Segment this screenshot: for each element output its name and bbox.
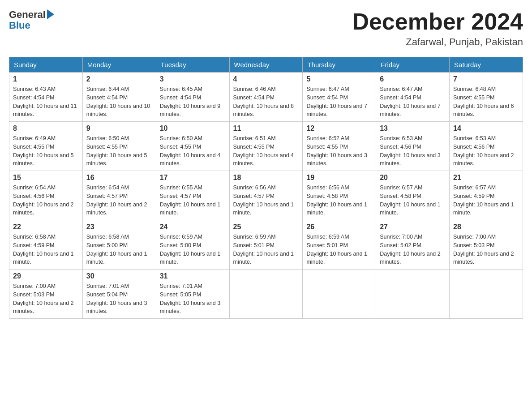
calendar-cell: 24 Sunrise: 6:59 AM Sunset: 5:00 PM Dayl… <box>156 220 229 270</box>
calendar-cell <box>376 270 450 319</box>
calendar-cell: 20 Sunrise: 6:57 AM Sunset: 4:58 PM Dayl… <box>376 171 450 220</box>
day-number: 22 <box>13 223 79 231</box>
day-info: Sunrise: 6:52 AM Sunset: 4:55 PM Dayligh… <box>306 134 372 168</box>
day-number: 20 <box>380 174 446 182</box>
day-info: Sunrise: 6:59 AM Sunset: 5:00 PM Dayligh… <box>160 233 226 266</box>
day-number: 21 <box>453 174 519 182</box>
logo: General Blue <box>9 9 54 31</box>
day-info: Sunrise: 6:59 AM Sunset: 5:01 PM Dayligh… <box>306 233 372 266</box>
day-info: Sunrise: 6:57 AM Sunset: 4:58 PM Dayligh… <box>380 184 446 217</box>
day-number: 6 <box>380 75 446 83</box>
calendar-cell: 27 Sunrise: 7:00 AM Sunset: 5:02 PM Dayl… <box>376 220 450 270</box>
day-info: Sunrise: 6:58 AM Sunset: 5:00 PM Dayligh… <box>86 233 152 266</box>
day-number: 12 <box>306 124 372 133</box>
calendar-cell: 14 Sunrise: 6:53 AM Sunset: 4:56 PM Dayl… <box>450 122 523 171</box>
calendar-cell: 31 Sunrise: 7:01 AM Sunset: 5:05 PM Dayl… <box>156 270 229 319</box>
day-number: 3 <box>160 75 226 83</box>
day-info: Sunrise: 7:01 AM Sunset: 5:05 PM Dayligh… <box>160 282 226 316</box>
day-of-week-header: Friday <box>376 57 450 73</box>
day-number: 13 <box>380 124 446 133</box>
day-info: Sunrise: 7:01 AM Sunset: 5:04 PM Dayligh… <box>86 282 152 316</box>
day-of-week-header: Wednesday <box>229 57 303 73</box>
day-number: 28 <box>453 223 519 231</box>
day-info: Sunrise: 6:56 AM Sunset: 4:57 PM Dayligh… <box>233 184 299 217</box>
calendar-cell: 12 Sunrise: 6:52 AM Sunset: 4:55 PM Dayl… <box>303 122 376 171</box>
day-info: Sunrise: 6:53 AM Sunset: 4:56 PM Dayligh… <box>453 134 519 168</box>
day-number: 11 <box>233 124 299 133</box>
calendar-cell: 26 Sunrise: 6:59 AM Sunset: 5:01 PM Dayl… <box>303 220 376 270</box>
day-info: Sunrise: 6:50 AM Sunset: 4:55 PM Dayligh… <box>160 134 226 168</box>
calendar-cell: 11 Sunrise: 6:51 AM Sunset: 4:55 PM Dayl… <box>229 122 303 171</box>
calendar-cell: 7 Sunrise: 6:48 AM Sunset: 4:55 PM Dayli… <box>450 73 523 122</box>
day-info: Sunrise: 6:59 AM Sunset: 5:01 PM Dayligh… <box>233 233 299 266</box>
calendar-cell: 10 Sunrise: 6:50 AM Sunset: 4:55 PM Dayl… <box>156 122 229 171</box>
day-number: 10 <box>160 124 226 133</box>
location-text: Zafarwal, Punjab, Pakistan <box>352 36 523 48</box>
calendar-cell: 8 Sunrise: 6:49 AM Sunset: 4:55 PM Dayli… <box>9 122 83 171</box>
day-of-week-header: Monday <box>82 57 156 73</box>
day-info: Sunrise: 6:58 AM Sunset: 4:59 PM Dayligh… <box>13 233 79 266</box>
calendar-week-row: 22 Sunrise: 6:58 AM Sunset: 4:59 PM Dayl… <box>9 220 523 270</box>
day-number: 4 <box>233 75 299 83</box>
calendar-cell: 1 Sunrise: 6:43 AM Sunset: 4:54 PM Dayli… <box>9 73 83 122</box>
calendar-cell: 17 Sunrise: 6:55 AM Sunset: 4:57 PM Dayl… <box>156 171 229 220</box>
calendar-cell: 29 Sunrise: 7:00 AM Sunset: 5:03 PM Dayl… <box>9 270 83 319</box>
day-number: 23 <box>86 223 152 231</box>
calendar-cell: 2 Sunrise: 6:44 AM Sunset: 4:54 PM Dayli… <box>82 73 156 122</box>
calendar-cell: 16 Sunrise: 6:54 AM Sunset: 4:57 PM Dayl… <box>82 171 156 220</box>
day-info: Sunrise: 6:57 AM Sunset: 4:59 PM Dayligh… <box>453 184 519 217</box>
logo-arrow-icon <box>47 9 54 19</box>
calendar-cell <box>229 270 303 319</box>
calendar-week-row: 8 Sunrise: 6:49 AM Sunset: 4:55 PM Dayli… <box>9 122 523 171</box>
day-info: Sunrise: 6:53 AM Sunset: 4:56 PM Dayligh… <box>380 134 446 168</box>
logo-blue-text: Blue <box>9 20 54 31</box>
logo-general-text: General <box>9 9 46 21</box>
day-number: 14 <box>453 124 519 133</box>
day-info: Sunrise: 6:51 AM Sunset: 4:55 PM Dayligh… <box>233 134 299 168</box>
calendar-cell: 25 Sunrise: 6:59 AM Sunset: 5:01 PM Dayl… <box>229 220 303 270</box>
day-info: Sunrise: 7:00 AM Sunset: 5:02 PM Dayligh… <box>380 233 446 266</box>
day-number: 9 <box>86 124 152 133</box>
calendar-week-row: 1 Sunrise: 6:43 AM Sunset: 4:54 PM Dayli… <box>9 73 523 122</box>
calendar-cell: 5 Sunrise: 6:47 AM Sunset: 4:54 PM Dayli… <box>303 73 376 122</box>
day-info: Sunrise: 7:00 AM Sunset: 5:03 PM Dayligh… <box>453 233 519 266</box>
day-info: Sunrise: 6:54 AM Sunset: 4:56 PM Dayligh… <box>13 184 79 217</box>
calendar-cell: 9 Sunrise: 6:50 AM Sunset: 4:55 PM Dayli… <box>82 122 156 171</box>
calendar-cell: 13 Sunrise: 6:53 AM Sunset: 4:56 PM Dayl… <box>376 122 450 171</box>
day-info: Sunrise: 6:50 AM Sunset: 4:55 PM Dayligh… <box>86 134 152 168</box>
day-info: Sunrise: 6:43 AM Sunset: 4:54 PM Dayligh… <box>13 85 79 119</box>
day-info: Sunrise: 6:54 AM Sunset: 4:57 PM Dayligh… <box>86 184 152 217</box>
day-number: 26 <box>306 223 372 231</box>
calendar-cell: 21 Sunrise: 6:57 AM Sunset: 4:59 PM Dayl… <box>450 171 523 220</box>
day-of-week-header: Tuesday <box>156 57 229 73</box>
day-number: 16 <box>86 174 152 182</box>
calendar-week-row: 15 Sunrise: 6:54 AM Sunset: 4:56 PM Dayl… <box>9 171 523 220</box>
day-number: 30 <box>86 272 152 280</box>
day-info: Sunrise: 6:47 AM Sunset: 4:54 PM Dayligh… <box>306 85 372 119</box>
day-info: Sunrise: 6:44 AM Sunset: 4:54 PM Dayligh… <box>86 85 152 119</box>
day-of-week-header: Thursday <box>303 57 376 73</box>
day-of-week-header: Saturday <box>450 57 523 73</box>
calendar-cell <box>450 270 523 319</box>
day-number: 18 <box>233 174 299 182</box>
calendar-cell: 28 Sunrise: 7:00 AM Sunset: 5:03 PM Dayl… <box>450 220 523 270</box>
day-number: 1 <box>13 75 79 83</box>
calendar-header-row: SundayMondayTuesdayWednesdayThursdayFrid… <box>9 57 523 73</box>
day-info: Sunrise: 6:48 AM Sunset: 4:55 PM Dayligh… <box>453 85 519 119</box>
day-number: 19 <box>306 174 372 182</box>
calendar-cell: 22 Sunrise: 6:58 AM Sunset: 4:59 PM Dayl… <box>9 220 83 270</box>
day-number: 31 <box>160 272 226 280</box>
day-number: 17 <box>160 174 226 182</box>
calendar-week-row: 29 Sunrise: 7:00 AM Sunset: 5:03 PM Dayl… <box>9 270 523 319</box>
day-info: Sunrise: 6:45 AM Sunset: 4:54 PM Dayligh… <box>160 85 226 119</box>
day-info: Sunrise: 6:47 AM Sunset: 4:54 PM Dayligh… <box>380 85 446 119</box>
day-number: 29 <box>13 272 79 280</box>
calendar-cell <box>303 270 376 319</box>
day-of-week-header: Sunday <box>9 57 83 73</box>
day-info: Sunrise: 6:46 AM Sunset: 4:54 PM Dayligh… <box>233 85 299 119</box>
day-number: 15 <box>13 174 79 182</box>
calendar-cell: 30 Sunrise: 7:01 AM Sunset: 5:04 PM Dayl… <box>82 270 156 319</box>
day-number: 5 <box>306 75 372 83</box>
calendar-cell: 19 Sunrise: 6:56 AM Sunset: 4:58 PM Dayl… <box>303 171 376 220</box>
day-number: 7 <box>453 75 519 83</box>
